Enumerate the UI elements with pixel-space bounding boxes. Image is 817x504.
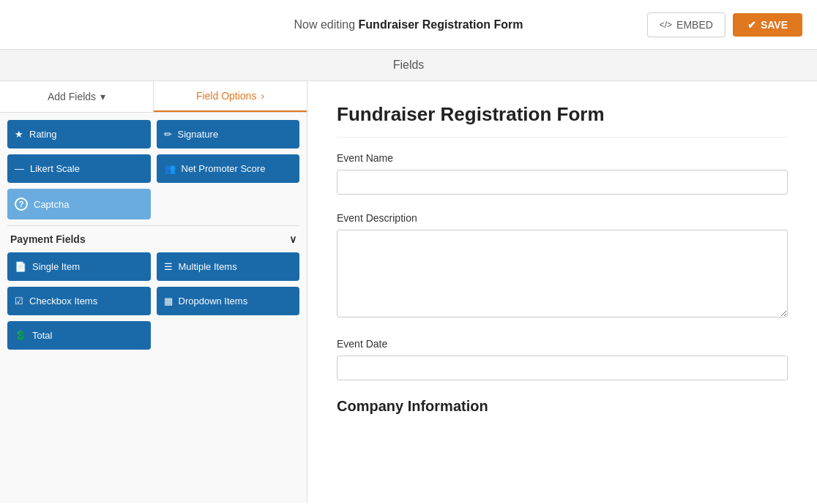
event-name-group: Event Name <box>337 152 788 195</box>
field-options-label: Field Options <box>196 90 256 102</box>
list-icon: ☰ <box>164 261 173 272</box>
chevron-down-icon: ∨ <box>289 233 296 245</box>
field-btn-nps[interactable]: 👥 Net Promoter Score <box>157 154 300 183</box>
document-icon: 📄 <box>15 261 26 272</box>
pen-icon: ✏ <box>164 129 172 140</box>
total-icon: 💲 <box>15 330 26 341</box>
single-item-label: Single Item <box>32 261 80 272</box>
checkmark-icon: ✔ <box>747 19 756 31</box>
event-date-input[interactable] <box>337 356 788 380</box>
dropdown-icon: ▦ <box>164 296 173 306</box>
event-description-textarea[interactable] <box>337 230 788 317</box>
embed-button[interactable]: </> EMBED <box>647 12 725 37</box>
field-btn-captcha[interactable]: ? Captcha <box>7 189 151 219</box>
field-btn-total[interactable]: 💲 Total <box>7 321 151 350</box>
signature-label: Signature <box>178 129 219 140</box>
fields-header-label: Fields <box>393 59 425 71</box>
field-btn-signature[interactable]: ✏ Signature <box>157 120 300 148</box>
likert-label: Likert Scale <box>30 163 80 174</box>
field-btn-dropdown-items[interactable]: ▦ Dropdown Items <box>157 287 300 315</box>
payment-section-header[interactable]: Payment Fields ∨ <box>7 225 299 252</box>
chevron-right-icon: › <box>261 90 264 102</box>
tabs-bar: Add Fields ▾ Field Options › <box>0 81 307 113</box>
editing-title: Now editing Fundraiser Registration Form <box>294 18 523 31</box>
tab-field-options[interactable]: Field Options › <box>154 81 307 112</box>
add-fields-label: Add Fields <box>48 91 96 102</box>
field-btn-multiple-items[interactable]: ☰ Multiple Items <box>157 252 300 281</box>
survey-fields-grid: ★ Rating ✏ Signature — Likert Scale 👥 Ne… <box>7 120 299 219</box>
left-panel: Add Fields ▾ Field Options › ★ Rating ✏ … <box>0 81 307 503</box>
field-list-scroll[interactable]: ★ Rating ✏ Signature — Likert Scale 👥 Ne… <box>0 113 307 503</box>
total-label: Total <box>32 330 52 341</box>
captcha-label: Captcha <box>34 199 69 210</box>
likert-icon: — <box>15 163 24 174</box>
event-description-group: Event Description <box>337 212 788 320</box>
field-btn-checkbox-items[interactable]: ☑ Checkbox Items <box>7 287 151 315</box>
captcha-icon: ? <box>15 198 28 211</box>
checkbox-items-label: Checkbox Items <box>29 296 97 306</box>
form-title: Fundraiser Registration Form <box>337 103 788 138</box>
checkbox-icon: ☑ <box>15 296 23 306</box>
event-name-input[interactable] <box>337 170 788 195</box>
field-btn-rating[interactable]: ★ Rating <box>7 120 151 148</box>
editing-label: Now editing <box>294 18 359 31</box>
company-info-section: Company Information <box>337 398 788 415</box>
top-bar-actions: </> EMBED ✔ SAVE <box>647 12 802 37</box>
payment-fields-grid: 📄 Single Item ☰ Multiple Items ☑ Checkbo… <box>7 252 299 350</box>
top-bar: Now editing Fundraiser Registration Form… <box>0 0 817 50</box>
rating-label: Rating <box>29 129 57 140</box>
nps-label: Net Promoter Score <box>182 163 266 174</box>
dropdown-items-label: Dropdown Items <box>179 296 248 306</box>
event-name-label: Event Name <box>337 152 788 164</box>
main-layout: Add Fields ▾ Field Options › ★ Rating ✏ … <box>0 81 817 503</box>
right-panel: Fundraiser Registration Form Event Name … <box>307 81 817 503</box>
payment-section-label: Payment Fields <box>10 233 86 245</box>
field-btn-single-item[interactable]: 📄 Single Item <box>7 252 151 281</box>
save-button[interactable]: ✔ SAVE <box>733 13 802 37</box>
chevron-down-icon: ▾ <box>100 91 105 102</box>
event-date-label: Event Date <box>337 338 788 350</box>
save-label: SAVE <box>761 19 788 31</box>
event-description-label: Event Description <box>337 212 788 224</box>
embed-icon: </> <box>660 20 672 30</box>
nps-icon: 👥 <box>164 163 176 174</box>
embed-label: EMBED <box>676 19 713 31</box>
field-btn-likert[interactable]: — Likert Scale <box>7 154 151 183</box>
tab-add-fields[interactable]: Add Fields ▾ <box>0 81 153 112</box>
event-date-group: Event Date <box>337 338 788 380</box>
form-name-title: Fundraiser Registration Form <box>359 18 523 31</box>
fields-header: Fields <box>0 50 817 81</box>
star-icon: ★ <box>15 129 23 140</box>
multiple-items-label: Multiple Items <box>179 261 237 272</box>
